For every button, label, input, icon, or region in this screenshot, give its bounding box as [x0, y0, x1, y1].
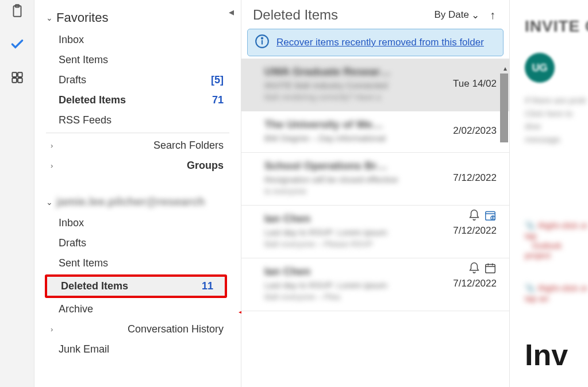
- folder-label: Deleted Items: [61, 280, 128, 292]
- reading-pane: INVITE G UG If there are probClick here …: [509, 0, 588, 387]
- message-sender: The University of We…: [264, 118, 446, 131]
- favorites-header[interactable]: ⌄ Favorites: [34, 6, 241, 30]
- message-subject: Last day to RSVP: Lorem ipsum: [264, 280, 446, 290]
- message-date: 7/12/2022: [453, 225, 497, 237]
- folder-label: Sent Items: [59, 54, 108, 66]
- message-item[interactable]: UWA Graduate Resear… INVITE blah industr…: [241, 59, 509, 111]
- svg-rect-3: [18, 72, 22, 77]
- message-date: 7/12/2022: [453, 172, 497, 184]
- message-sender: UWA Graduate Resear…: [264, 65, 446, 78]
- recover-link[interactable]: Recover items recently removed from this…: [276, 37, 484, 48]
- message-subject: Resignation will be closed effective: [264, 175, 446, 184]
- folder-junk-email[interactable]: Junk Email: [34, 339, 241, 359]
- folder-deleted-items[interactable]: Deleted Items71: [34, 90, 241, 110]
- message-preview: to everyone: [264, 187, 446, 196]
- collapse-sidebar-button[interactable]: ◂: [229, 6, 234, 18]
- folder-sent-items[interactable]: Sent Items: [34, 50, 241, 70]
- folder-drafts[interactable]: Drafts: [34, 233, 241, 253]
- message-item[interactable]: School Operations Br… Resignation will b…: [241, 153, 509, 206]
- folder-label: Inbox: [59, 34, 84, 46]
- avatar: UG: [525, 53, 555, 83]
- message-subject: BW Degree – Day informational: [264, 133, 446, 143]
- message-title: INVITE G: [525, 17, 588, 36]
- folder-label: Inbox: [59, 217, 84, 229]
- folder-groups[interactable]: ›Groups: [34, 156, 241, 176]
- chevron-down-icon: ⌄: [471, 9, 479, 21]
- svg-rect-4: [12, 78, 17, 83]
- deleted-items-highlight: Deleted Items 11: [45, 274, 227, 298]
- message-item[interactable]: Ian Chen Last day to RSVP: Lorem ipsum b…: [241, 258, 509, 311]
- info-icon: [255, 34, 270, 51]
- chevron-right-icon: ›: [51, 161, 59, 170]
- bell-icon: [468, 262, 481, 277]
- chevron-right-icon: ›: [51, 325, 59, 334]
- calendar-icon: [484, 262, 497, 277]
- folder-label: Search Folders: [153, 140, 224, 152]
- check-icon[interactable]: [10, 37, 25, 54]
- message-sender: Ian Chen: [264, 212, 446, 225]
- svg-rect-2: [12, 72, 17, 77]
- message-subject: INVITE blah industry Connected: [264, 80, 446, 90]
- folder-label: Junk Email: [59, 343, 109, 355]
- folder-count: 11: [202, 280, 213, 292]
- attachment-banner: 📎 Right-click or tap an: [525, 283, 588, 303]
- nav-rail: [0, 0, 34, 387]
- message-subject: Last day to RSVP: Lorem ipsum: [264, 227, 446, 237]
- message-item[interactable]: i Ian Chen Last day to RSVP: Lorem ipsum…: [241, 206, 509, 258]
- folder-label: Drafts: [59, 74, 86, 86]
- folder-sent-items[interactable]: Sent Items: [34, 253, 241, 273]
- svg-rect-5: [18, 78, 22, 83]
- chevron-right-icon: ›: [51, 141, 59, 150]
- svg-rect-15: [486, 265, 495, 273]
- bell-icon: [468, 209, 481, 224]
- clipboard-icon[interactable]: [10, 3, 25, 21]
- folder-label: Sent Items: [59, 257, 108, 269]
- folder-count: 71: [212, 94, 224, 106]
- message-preview: blah everyone – Please RSVP: [264, 239, 446, 249]
- folder-sidebar: ◂ ⌄ Favorites InboxSent ItemsDrafts[5]De…: [34, 0, 241, 387]
- grid-icon[interactable]: [10, 70, 25, 87]
- message-date: 7/12/2022: [453, 278, 497, 289]
- sort-by-button[interactable]: By Date ⌄: [435, 9, 479, 21]
- folder-conversation-history[interactable]: ›Conversation History: [34, 319, 241, 339]
- favorites-label: Favorites: [56, 10, 108, 25]
- scrollbar-thumb[interactable]: [500, 73, 508, 142]
- folder-label: Groups: [187, 160, 224, 172]
- folder-label: RSS Feeds: [59, 114, 112, 126]
- message-date: 2/02/2023: [453, 125, 497, 137]
- folder-rss-feeds[interactable]: RSS Feeds: [34, 110, 241, 130]
- message-list-pane: Deleted Items By Date ⌄ ↑ Recover items …: [241, 0, 509, 387]
- recover-banner: Recover items recently removed from this…: [247, 29, 504, 56]
- folder-label: Deleted Items: [59, 94, 126, 106]
- folder-count: [5]: [211, 74, 224, 86]
- account-label: jamie.lee.pilcher@research…: [56, 195, 206, 208]
- folder-deleted-items[interactable]: Deleted Items 11: [47, 277, 225, 296]
- chevron-down-icon: ⌄: [46, 13, 53, 22]
- folder-archive[interactable]: Archive: [34, 299, 241, 319]
- message-preview: blah rendering correctly? Have a: [264, 92, 446, 102]
- folder-title: Deleted Items: [253, 7, 426, 23]
- message-body-heading: Inv: [525, 338, 588, 372]
- svg-text:i: i: [493, 216, 493, 220]
- message-meta: If there are probClick here to dowmessag…: [525, 94, 588, 146]
- message-item[interactable]: The University of We… BW Degree – Day in…: [241, 111, 509, 153]
- folder-label: Conversation History: [128, 323, 224, 335]
- folder-label: Drafts: [59, 237, 86, 249]
- attachment-banner: 📎 Right-click or tap Outlook project: [525, 220, 588, 260]
- message-sender: School Operations Br…: [264, 160, 446, 172]
- message-preview: blah everyone – Plea: [264, 292, 446, 301]
- calendar-info-icon: i: [484, 209, 497, 224]
- chevron-down-icon: ⌄: [46, 198, 53, 207]
- folder-inbox[interactable]: Inbox: [34, 30, 241, 50]
- sort-label: By Date: [435, 9, 469, 21]
- folder-search-folders[interactable]: ›Search Folders: [34, 136, 241, 156]
- sort-direction-button[interactable]: ↑: [487, 9, 498, 22]
- svg-point-10: [262, 38, 263, 39]
- account-header[interactable]: ⌄ jamie.lee.pilcher@research…: [34, 191, 241, 213]
- folder-inbox[interactable]: Inbox: [34, 213, 241, 233]
- folder-drafts[interactable]: Drafts[5]: [34, 70, 241, 90]
- divider: [46, 133, 229, 133]
- message-sender: Ian Chen: [264, 265, 446, 278]
- folder-label: Archive: [59, 303, 93, 315]
- scroll-up-icon[interactable]: ▴: [504, 64, 507, 72]
